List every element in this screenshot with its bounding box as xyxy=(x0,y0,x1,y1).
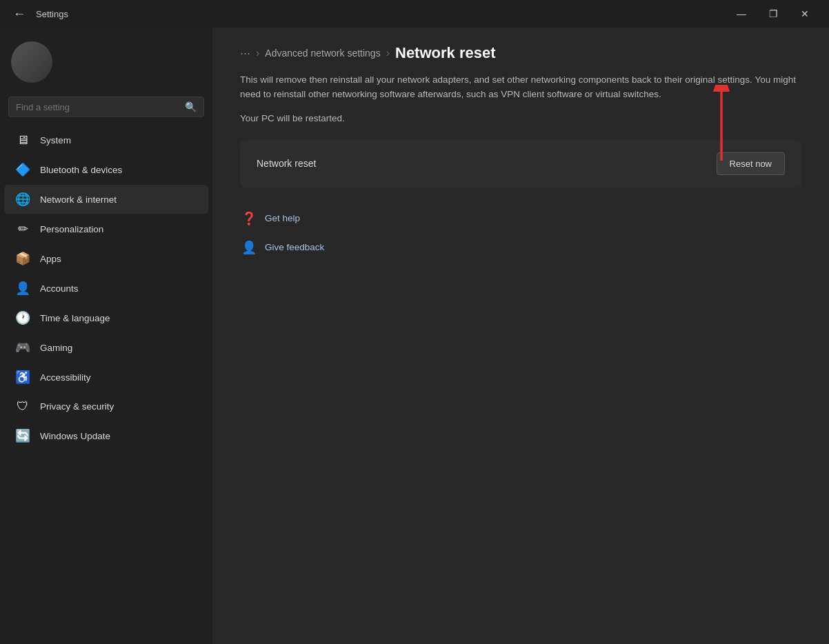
close-button[interactable]: ✕ xyxy=(789,3,821,25)
nav-list: 🖥System🔷Bluetooth & devices🌐Network & in… xyxy=(0,125,212,451)
restart-note: Your PC will be restarted. xyxy=(240,113,801,123)
accessibility-icon: ♿ xyxy=(15,370,30,385)
get-help-link[interactable]: ❓ Get help xyxy=(240,207,801,230)
sidebar-item-label-apps: Apps xyxy=(40,254,61,264)
give-feedback-link[interactable]: 👤 Give feedback xyxy=(240,236,801,259)
maximize-button[interactable]: ❐ xyxy=(757,3,789,25)
personalization-icon: ✏ xyxy=(15,221,30,237)
sidebar-item-label-update: Windows Update xyxy=(40,431,110,441)
sidebar-item-label-time: Time & language xyxy=(40,313,110,323)
get-help-label: Get help xyxy=(265,213,300,223)
reset-now-button[interactable]: Reset now xyxy=(717,152,785,175)
minimize-button[interactable]: — xyxy=(726,3,757,25)
sidebar-item-label-bluetooth: Bluetooth & devices xyxy=(40,165,122,175)
breadcrumb: ··· › Advanced network settings › Networ… xyxy=(240,44,801,62)
reset-card-label: Network reset xyxy=(257,158,316,169)
sidebar-item-update[interactable]: 🔄Windows Update xyxy=(4,421,208,450)
time-icon: 🕐 xyxy=(15,310,30,325)
network-icon: 🌐 xyxy=(15,192,30,207)
back-button[interactable]: ← xyxy=(8,3,30,25)
apps-icon: 📦 xyxy=(15,251,30,266)
gaming-icon: 🎮 xyxy=(15,340,30,355)
sidebar-item-label-accessibility: Accessibility xyxy=(40,372,91,383)
search-box[interactable]: 🔍 xyxy=(8,97,204,117)
get-help-icon: ❓ xyxy=(241,211,257,226)
help-links: ❓ Get help 👤 Give feedback xyxy=(240,207,801,259)
sidebar-item-label-personalization: Personalization xyxy=(40,224,103,234)
titlebar: ← Settings — ❐ ✕ xyxy=(0,0,829,28)
window-title: Settings xyxy=(36,9,68,19)
privacy-icon: 🛡 xyxy=(15,399,30,414)
sidebar: 🔍 🖥System🔷Bluetooth & devices🌐Network & … xyxy=(0,28,212,644)
sidebar-item-label-network: Network & internet xyxy=(40,194,117,205)
bluetooth-icon: 🔷 xyxy=(15,162,30,177)
network-reset-card: Network reset Reset now xyxy=(240,140,801,188)
sidebar-item-privacy[interactable]: 🛡Privacy & security xyxy=(4,392,208,421)
accounts-icon: 👤 xyxy=(15,281,30,296)
content-area: 🔍 🖥System🔷Bluetooth & devices🌐Network & … xyxy=(0,28,829,644)
sidebar-item-personalization[interactable]: ✏Personalization xyxy=(4,214,208,243)
breadcrumb-dots[interactable]: ··· xyxy=(240,46,250,61)
main-content: ··· › Advanced network settings › Networ… xyxy=(212,28,829,644)
settings-window: ← Settings — ❐ ✕ 🔍 🖥System🔷Bluetooth & d… xyxy=(0,0,829,644)
search-icon: 🔍 xyxy=(185,101,197,112)
sidebar-item-accessibility[interactable]: ♿Accessibility xyxy=(4,363,208,392)
breadcrumb-sep1: › xyxy=(256,47,259,59)
update-icon: 🔄 xyxy=(15,428,30,443)
sidebar-item-network[interactable]: 🌐Network & internet xyxy=(4,185,208,214)
breadcrumb-sep2: › xyxy=(386,47,390,59)
sidebar-item-time[interactable]: 🕐Time & language xyxy=(4,303,208,332)
sidebar-item-label-system: System xyxy=(40,135,71,145)
reset-section: Network reset Reset now xyxy=(240,140,801,188)
window-controls: — ❐ ✕ xyxy=(726,3,821,25)
breadcrumb-parent[interactable]: Advanced network settings xyxy=(265,48,380,59)
give-feedback-icon: 👤 xyxy=(241,240,257,255)
sidebar-item-bluetooth[interactable]: 🔷Bluetooth & devices xyxy=(4,155,208,184)
user-section xyxy=(0,33,212,94)
sidebar-item-gaming[interactable]: 🎮Gaming xyxy=(4,333,208,362)
breadcrumb-current: Network reset xyxy=(395,44,496,62)
sidebar-item-label-privacy: Privacy & security xyxy=(40,401,114,412)
sidebar-item-label-accounts: Accounts xyxy=(40,283,79,294)
sidebar-item-system[interactable]: 🖥System xyxy=(4,126,208,154)
avatar xyxy=(11,41,52,83)
system-icon: 🖥 xyxy=(15,133,30,148)
sidebar-item-apps[interactable]: 📦Apps xyxy=(4,244,208,273)
page-description: This will remove then reinstall all your… xyxy=(240,73,801,102)
sidebar-item-accounts[interactable]: 👤Accounts xyxy=(4,274,208,303)
sidebar-item-label-gaming: Gaming xyxy=(40,343,72,353)
search-input[interactable] xyxy=(16,102,185,112)
give-feedback-label: Give feedback xyxy=(265,242,324,252)
